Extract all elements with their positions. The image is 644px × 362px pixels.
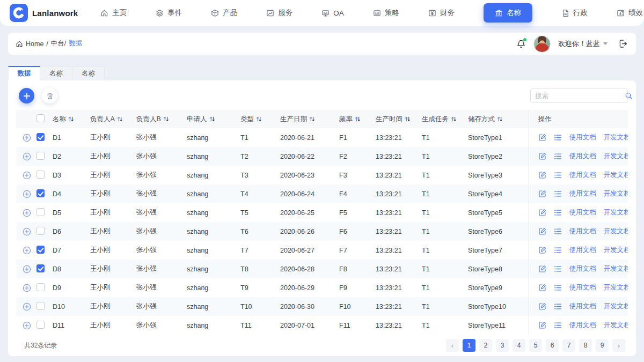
row-checkbox[interactable] bbox=[36, 133, 45, 141]
sort-icon[interactable] bbox=[117, 116, 123, 122]
sort-icon[interactable] bbox=[497, 116, 503, 122]
dev-doc-link[interactable]: 开发文档 bbox=[604, 152, 628, 161]
pagination-page-1[interactable]: 1 bbox=[463, 339, 475, 352]
expand-row-icon[interactable] bbox=[23, 134, 32, 142]
pagination-prev[interactable]: ‹ bbox=[446, 339, 459, 352]
column-header-10[interactable]: 储存方式 bbox=[466, 110, 528, 128]
list-icon[interactable] bbox=[554, 152, 562, 160]
expand-row-icon[interactable] bbox=[23, 209, 32, 217]
breadcrumb-home[interactable]: Home bbox=[26, 40, 43, 48]
edit-icon[interactable] bbox=[538, 302, 546, 311]
column-header-3[interactable]: 负责人B bbox=[134, 110, 185, 128]
use-doc-link[interactable]: 使用文档 bbox=[569, 171, 596, 180]
use-doc-link[interactable]: 使用文档 bbox=[569, 246, 596, 255]
sort-icon[interactable] bbox=[405, 116, 411, 122]
dev-doc-link[interactable]: 开发文档 bbox=[604, 208, 628, 217]
row-checkbox[interactable] bbox=[36, 302, 45, 310]
row-checkbox[interactable] bbox=[36, 246, 45, 254]
row-checkbox[interactable] bbox=[36, 171, 45, 179]
row-checkbox[interactable] bbox=[36, 152, 45, 160]
sort-icon[interactable] bbox=[256, 116, 262, 122]
logout-button[interactable] bbox=[618, 39, 628, 49]
edit-icon[interactable] bbox=[538, 134, 546, 142]
list-icon[interactable] bbox=[554, 246, 562, 254]
use-doc-link[interactable]: 使用文档 bbox=[569, 264, 596, 274]
row-checkbox[interactable] bbox=[36, 208, 45, 216]
use-doc-link[interactable]: 使用文档 bbox=[569, 227, 596, 236]
nav-item-1[interactable]: 主页 bbox=[100, 8, 127, 18]
breadcrumb-section[interactable]: 中台/ bbox=[51, 39, 66, 48]
list-icon[interactable] bbox=[554, 134, 562, 142]
list-icon[interactable] bbox=[554, 302, 562, 311]
expand-row-icon[interactable] bbox=[23, 246, 32, 255]
use-doc-link[interactable]: 使用文档 bbox=[569, 283, 596, 292]
tab-data[interactable]: 数据 bbox=[8, 66, 40, 80]
row-checkbox[interactable] bbox=[36, 227, 45, 235]
use-doc-link[interactable]: 使用文档 bbox=[569, 302, 596, 311]
list-icon[interactable] bbox=[554, 171, 562, 179]
list-icon[interactable] bbox=[554, 265, 562, 273]
list-icon[interactable] bbox=[554, 321, 562, 329]
pagination-page-5[interactable]: 5 bbox=[529, 339, 542, 352]
sort-icon[interactable] bbox=[163, 116, 169, 122]
use-doc-link[interactable]: 使用文档 bbox=[569, 189, 596, 198]
edit-icon[interactable] bbox=[538, 284, 546, 292]
edit-icon[interactable] bbox=[538, 246, 546, 254]
search-icon[interactable] bbox=[625, 92, 633, 100]
use-doc-link[interactable]: 使用文档 bbox=[569, 152, 596, 161]
pagination-page-4[interactable]: 4 bbox=[513, 339, 525, 352]
edit-icon[interactable] bbox=[538, 171, 546, 179]
edit-icon[interactable] bbox=[538, 321, 546, 329]
dev-doc-link[interactable]: 开发文档 bbox=[604, 189, 628, 198]
add-button[interactable] bbox=[19, 88, 34, 104]
row-checkbox[interactable] bbox=[36, 189, 45, 197]
pagination-page-9[interactable]: 9 bbox=[596, 339, 609, 352]
use-doc-link[interactable]: 使用文档 bbox=[569, 321, 596, 330]
list-icon[interactable] bbox=[554, 227, 562, 235]
nav-item-4[interactable]: 服务 bbox=[266, 8, 292, 18]
sort-icon[interactable] bbox=[451, 116, 457, 122]
expand-row-icon[interactable] bbox=[23, 284, 32, 292]
edit-icon[interactable] bbox=[538, 227, 546, 235]
tab-name-2[interactable]: 名称 bbox=[72, 66, 105, 80]
pagination-page-7[interactable]: 7 bbox=[562, 339, 575, 352]
dev-doc-link[interactable]: 开发文档 bbox=[604, 133, 628, 142]
delete-button[interactable] bbox=[42, 88, 57, 104]
pagination-page-6[interactable]: 6 bbox=[546, 339, 559, 352]
expand-row-icon[interactable] bbox=[23, 171, 32, 180]
nav-item-8[interactable]: 名称 bbox=[484, 3, 532, 23]
column-header-2[interactable]: 负责人A bbox=[88, 110, 134, 128]
select-all-checkbox[interactable] bbox=[36, 114, 45, 122]
edit-icon[interactable] bbox=[538, 265, 546, 273]
row-checkbox[interactable] bbox=[36, 264, 45, 272]
list-icon[interactable] bbox=[554, 284, 562, 292]
pagination-next[interactable]: › bbox=[612, 339, 625, 352]
expand-row-icon[interactable] bbox=[23, 227, 32, 236]
column-header-8[interactable]: 生产时间 bbox=[374, 110, 420, 128]
use-doc-link[interactable]: 使用文档 bbox=[569, 208, 596, 217]
tab-name-1[interactable]: 名称 bbox=[40, 66, 72, 80]
column-header-7[interactable]: 频率 bbox=[337, 110, 374, 128]
edit-icon[interactable] bbox=[538, 190, 546, 198]
column-header-4[interactable]: 申请人 bbox=[185, 110, 238, 128]
sort-icon[interactable] bbox=[309, 116, 315, 122]
use-doc-link[interactable]: 使用文档 bbox=[569, 133, 596, 142]
expand-row-icon[interactable] bbox=[23, 302, 32, 311]
sort-icon[interactable] bbox=[68, 116, 74, 122]
sort-icon[interactable] bbox=[355, 116, 361, 122]
row-checkbox[interactable] bbox=[36, 321, 45, 329]
edit-icon[interactable] bbox=[538, 209, 546, 217]
column-header-5[interactable]: 类型 bbox=[238, 110, 278, 128]
column-header-1[interactable]: 名称 bbox=[50, 110, 88, 128]
expand-row-icon[interactable] bbox=[23, 265, 32, 274]
dev-doc-link[interactable]: 开发文档 bbox=[604, 302, 628, 311]
nav-item-7[interactable]: 财务 bbox=[428, 8, 455, 18]
dev-doc-link[interactable]: 开发文档 bbox=[604, 283, 628, 292]
dev-doc-link[interactable]: 开发文档 bbox=[604, 321, 628, 330]
nav-item-10[interactable]: 绩效 bbox=[617, 8, 643, 18]
nav-item-5[interactable]: OA bbox=[321, 9, 344, 17]
dev-doc-link[interactable]: 开发文档 bbox=[604, 171, 628, 180]
list-icon[interactable] bbox=[554, 209, 562, 217]
pagination-page-8[interactable]: 8 bbox=[579, 339, 592, 352]
list-icon[interactable] bbox=[554, 190, 562, 198]
